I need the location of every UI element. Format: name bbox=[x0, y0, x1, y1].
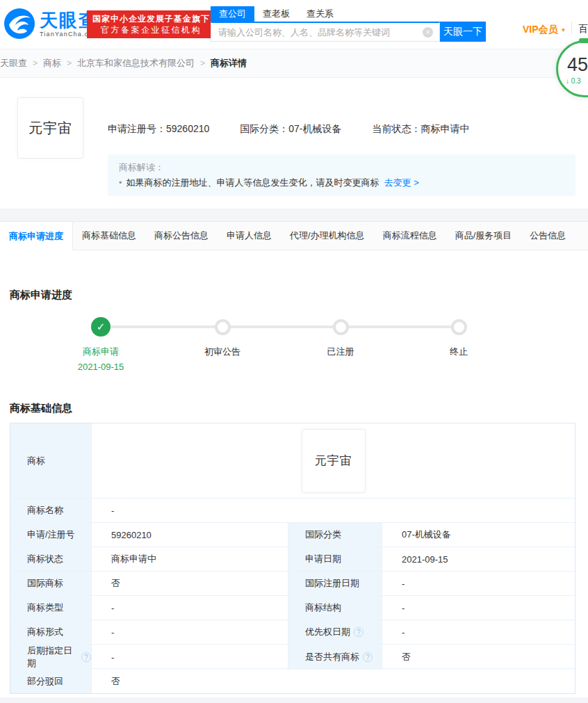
step-circle-wrap bbox=[407, 316, 511, 337]
breadcrumb-item[interactable]: 北京车和家信息技术有限公司 bbox=[77, 57, 195, 70]
table-label-cell: 申请/注册号 bbox=[10, 523, 92, 547]
summary-field: 当前状态：商标申请中 bbox=[373, 123, 470, 136]
table-value-cell: - bbox=[92, 596, 288, 620]
table-value-cell: 2021-09-15 bbox=[382, 547, 575, 571]
table-label-cell: 商标状态 bbox=[10, 547, 92, 571]
progress-step: 已注册 bbox=[288, 316, 393, 358]
trademark-image: 元宇宙 bbox=[17, 97, 83, 159]
table-label-text: 商标状态 bbox=[27, 553, 63, 565]
search-button[interactable]: 天眼一下 bbox=[440, 22, 486, 42]
table-value-text: - bbox=[111, 603, 114, 613]
table-row: 申请/注册号59260210国际分类07-机械设备 bbox=[10, 523, 575, 547]
tip-change-link[interactable]: 去变更 > bbox=[384, 177, 419, 188]
search-tab[interactable]: 查关系 bbox=[298, 6, 342, 22]
table-value-cell: 否 bbox=[382, 645, 575, 670]
table-label-text: 申请/注册号 bbox=[27, 528, 75, 541]
search-tab[interactable]: 查老板 bbox=[254, 6, 298, 22]
summary-field-label: 国际分类： bbox=[240, 123, 288, 134]
table-row: 商标名称- bbox=[10, 499, 575, 523]
table-value-cell: - bbox=[92, 645, 288, 670]
basic-info-table: 商标元宇宙商标名称-申请/注册号59260210国际分类07-机械设备商标状态商… bbox=[10, 423, 575, 694]
table-value-text: - bbox=[111, 627, 114, 638]
table-row: 后期指定日期?-是否共有商标?否 bbox=[10, 645, 575, 669]
timeline-line bbox=[101, 325, 459, 328]
table-row: 商标状态商标申请中申请日期2021-09-15 bbox=[10, 547, 575, 572]
basic-section-title: 商标基础信息 bbox=[10, 402, 72, 415]
tab-2[interactable]: 商标公告信息 bbox=[145, 222, 218, 250]
tianyancha-swirl-icon bbox=[4, 8, 35, 39]
table-label-cell: 商标形式 bbox=[10, 620, 92, 644]
help-icon[interactable]: ? bbox=[363, 652, 373, 662]
tip-text: 如果商标的注册地址、申请人等信息发生变化，请及时变更商标 bbox=[126, 177, 379, 188]
tab-1[interactable]: 商标基础信息 bbox=[73, 222, 145, 250]
table-value-text: - bbox=[402, 579, 405, 589]
breadcrumb: 天眼查>商标>北京车和家信息技术有限公司>商标详情 bbox=[0, 57, 247, 70]
main-content: 商标申请进度 ✓商标申请2021-09-15初审公告已注册终止 商标基础信息 商… bbox=[0, 250, 588, 697]
table-label-text: 商标结构 bbox=[305, 601, 341, 614]
table-value-text: 07-机械设备 bbox=[402, 528, 451, 541]
breadcrumb-separator: > bbox=[200, 58, 205, 68]
badge-line-2: 官方备案企业征信机构 bbox=[92, 24, 210, 35]
step-circle-wrap bbox=[288, 316, 393, 337]
score-pill-icon bbox=[579, 38, 588, 43]
table-value-text: 2021-09-15 bbox=[402, 554, 448, 565]
tip-line: •如果商标的注册地址、申请人等信息发生变化，请及时变更商标去变更 > bbox=[119, 175, 564, 191]
summary-field-value: 07-机械设备 bbox=[288, 123, 341, 134]
table-label-text: 是否共有商标 bbox=[305, 651, 359, 663]
tip-title: 商标解读： bbox=[119, 161, 564, 175]
page: 天眼查 TianYanCha.com 国家中小企业发展子基金旗下 官方备案企业征… bbox=[0, 0, 588, 703]
breadcrumb-bar: 天眼查>商标>北京车和家信息技术有限公司>商标详情 bbox=[0, 49, 588, 78]
progress-step: 初审公告 bbox=[170, 316, 275, 358]
section-gap bbox=[0, 209, 588, 221]
search-clear-icon[interactable]: × bbox=[423, 27, 433, 38]
tab-0[interactable]: 商标申请进度 bbox=[0, 222, 73, 250]
nav-item-cut[interactable]: 百 bbox=[578, 23, 588, 35]
help-icon[interactable]: ? bbox=[81, 652, 91, 662]
badge-line-1: 国家中小企业发展子基金旗下 bbox=[92, 13, 210, 24]
progress-section-title: 商标申请进度 bbox=[10, 289, 72, 302]
table-value-cell: 59260210 bbox=[92, 523, 288, 547]
table-row: 商标元宇宙 bbox=[10, 423, 575, 499]
summary-field-label: 申请注册号： bbox=[108, 123, 166, 134]
tab-4[interactable]: 代理/办理机构信息 bbox=[281, 222, 374, 250]
vip-member-link[interactable]: VIP会员 ▼ bbox=[523, 24, 566, 36]
trademark-tip-box: 商标解读： •如果商标的注册地址、申请人等信息发生变化，请及时变更商标去变更 > bbox=[108, 154, 575, 196]
table-value-text: 否 bbox=[402, 651, 411, 663]
vip-label: VIP会员 bbox=[523, 24, 558, 36]
table-label-text: 优先权日期 bbox=[305, 626, 350, 638]
tab-7[interactable]: 公告信息 bbox=[521, 222, 575, 250]
help-icon[interactable]: ? bbox=[354, 627, 364, 637]
step-label: 商标申请 bbox=[49, 346, 153, 358]
table-label-text: 商标类型 bbox=[27, 601, 63, 614]
breadcrumb-item[interactable]: 天眼查 bbox=[0, 57, 27, 70]
tab-3[interactable]: 申请人信息 bbox=[218, 222, 281, 250]
table-label-cell: 优先权日期? bbox=[288, 620, 382, 644]
table-value-cell: - bbox=[92, 499, 575, 522]
tianyancha-logo[interactable]: 天眼查 TianYanCha.com bbox=[4, 8, 99, 39]
table-label-cell: 国际分类 bbox=[288, 523, 382, 547]
table-label-cell: 商标结构 bbox=[288, 596, 382, 620]
table-label-cell: 申请日期 bbox=[288, 547, 382, 571]
step-label: 已注册 bbox=[288, 346, 393, 358]
table-label-text: 国际注册日期 bbox=[305, 577, 359, 590]
summary-field-value: 59260210 bbox=[166, 123, 209, 134]
search-row: × 天眼一下 bbox=[211, 22, 486, 42]
progress-step: 终止 bbox=[407, 316, 511, 358]
table-value-text: - bbox=[111, 506, 114, 516]
step-date: 2021-09-15 bbox=[49, 362, 153, 372]
summary-field: 国际分类：07-机械设备 bbox=[240, 123, 341, 136]
breadcrumb-item: 商标详情 bbox=[211, 57, 247, 70]
table-value-text: - bbox=[402, 603, 405, 613]
search-tab[interactable]: 查公司 bbox=[211, 6, 254, 22]
tab-6[interactable]: 商品/服务项目 bbox=[446, 222, 521, 250]
tab-5[interactable]: 商标流程信息 bbox=[374, 222, 446, 250]
search-input[interactable] bbox=[211, 27, 423, 38]
table-value-cell: 否 bbox=[92, 572, 288, 595]
table-value-cell: - bbox=[382, 620, 575, 644]
breadcrumb-item[interactable]: 商标 bbox=[43, 57, 61, 70]
table-row: 商标形式-优先权日期?- bbox=[10, 620, 575, 645]
table-value-cell: 07-机械设备 bbox=[382, 523, 575, 547]
table-row: 部分驳回否 bbox=[10, 669, 575, 693]
official-badge: 国家中小企业发展子基金旗下 官方备案企业征信机构 bbox=[87, 10, 215, 38]
table-label-text: 国际商标 bbox=[27, 577, 63, 590]
